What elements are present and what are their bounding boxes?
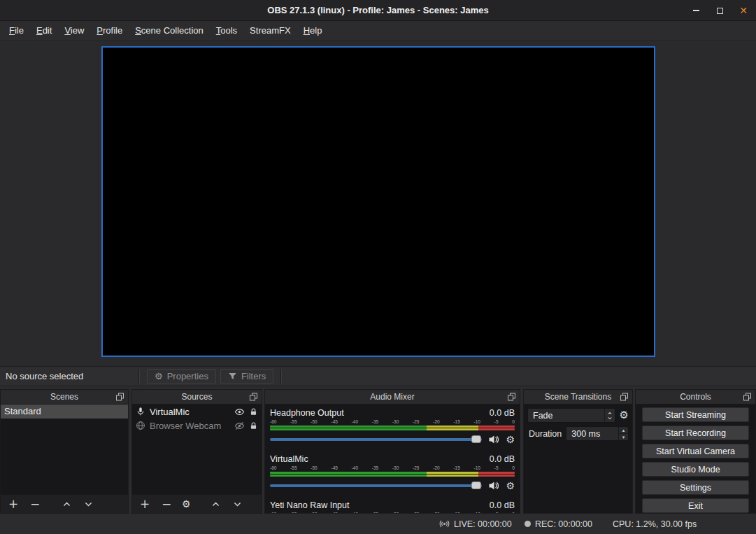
volume-meter: -60-55-50-45-40-35-30-25-20-15-10-50 [270,512,515,513]
meter-tick-label: -50 [311,465,317,471]
properties-button[interactable]: ⚙ Properties [147,369,216,384]
minimize-button[interactable] [690,0,701,21]
menu-tools[interactable]: Tools [210,21,243,40]
scenes-list: Standard [1,405,128,494]
meter-tick-label: -10 [474,512,480,513]
mixer-channel-yeti-nano-raw-input: Yeti Nano Raw Input0.0 dB-60-55-50-45-40… [265,497,520,513]
lock-icon[interactable] [249,407,258,416]
menubar: FileEditViewProfileScene CollectionTools… [0,21,756,41]
stats-group: CPU: 1.2%, 30.00 fps [613,514,697,534]
add-source-button[interactable]: + [138,498,151,510]
mixer-channel-virtualmic: VirtualMic0.0 dB-60-55-50-45-40-35-30-25… [265,451,520,493]
preview-area [0,41,756,366]
volume-meter: -60-55-50-45-40-35-30-25-20-15-10-50 [270,465,515,477]
controls-dock: Controls Start StreamingStart RecordingS… [635,389,756,514]
controls-body: Start StreamingStart RecordingStart Virt… [636,405,755,513]
menu-help[interactable]: Help [297,21,329,40]
popout-icon[interactable] [116,393,124,401]
meter-scale: -60-55-50-45-40-35-30-25-20-15-10-50 [270,465,515,471]
meter-tick-label: -60 [270,465,276,471]
titlebar[interactable]: OBS 27.1.3 (linux) - Profile: James - Sc… [0,0,756,21]
maximize-button[interactable] [714,0,725,21]
sources-dock-header[interactable]: Sources [132,390,262,405]
popout-icon[interactable] [508,393,515,401]
menu-view[interactable]: View [58,21,90,40]
exit-button[interactable]: Exit [642,498,749,513]
scene-up-button[interactable] [60,498,73,510]
minimize-icon [693,10,699,11]
source-row-browser-webcam[interactable]: Browser Webcam [132,419,262,433]
scene-transitions-dock: Scene Transitions Fade ⚙ Duration 300 ms [523,389,633,514]
start-recording-button[interactable]: Start Recording [642,426,749,440]
rec-status: REC: 00:00:00 [535,519,592,529]
eye-slash-icon[interactable] [234,421,245,431]
meter-tick-label: -45 [331,419,337,425]
scene-transitions-dock-header[interactable]: Scene Transitions [524,390,632,405]
speaker-icon[interactable] [488,434,499,445]
mic-icon [136,407,145,416]
scenes-dock-header[interactable]: Scenes [1,390,128,405]
sources-list: VirtualMicBrowser Webcam [132,405,262,494]
meter-tick-label: -15 [453,419,459,425]
volume-meter: -60-55-50-45-40-35-30-25-20-15-10-50 [270,419,515,430]
volume-slider[interactable] [270,438,482,441]
popout-icon[interactable] [620,393,628,401]
meter-tick-label: -35 [372,465,378,471]
source-properties-button[interactable]: ⚙ [182,499,191,509]
scenes-toolbar: + − [1,494,128,513]
menu-edit[interactable]: Edit [30,21,58,40]
mixer-channel-level: 0.0 dB [490,408,515,418]
menu-file[interactable]: File [3,21,30,40]
transition-select[interactable]: Fade [527,408,615,423]
preview-canvas[interactable] [101,46,655,357]
close-button[interactable]: ✕ [738,0,749,21]
controls-dock-header[interactable]: Controls [636,390,755,405]
remove-source-button[interactable]: − [160,498,173,510]
popout-icon[interactable] [743,393,751,401]
remove-scene-button[interactable]: − [29,498,41,510]
meter-bar [270,472,515,474]
eye-icon[interactable] [234,407,245,417]
mixer-gear-icon[interactable]: ⚙ [506,481,515,491]
source-row-virtualmic[interactable]: VirtualMic [132,405,262,419]
transition-properties-button[interactable]: ⚙ [620,410,629,421]
duration-spinbox[interactable]: 300 ms ▴ ▾ [566,426,629,441]
duration-up-button[interactable]: ▴ [619,427,628,434]
mixer-channel-name: Headphone Output [270,408,344,418]
settings-button[interactable]: Settings [642,480,749,495]
start-virtual-camera-button[interactable]: Start Virtual Camera [642,444,749,458]
add-scene-button[interactable]: + [7,498,20,510]
obs-window: OBS 27.1.3 (linux) - Profile: James - Sc… [0,0,756,534]
meter-tick-label: -30 [392,512,399,513]
audio-mixer-dock-header[interactable]: Audio Mixer [265,390,520,405]
scene-row-standard[interactable]: Standard [1,405,128,419]
studio-mode-button[interactable]: Studio Mode [642,462,749,477]
meter-tick-label: 0 [512,512,515,513]
menu-scene-collection[interactable]: Scene Collection [129,21,210,40]
scene-transitions-body: Fade ⚙ Duration 300 ms ▴ ▾ [524,405,632,513]
mixer-gear-icon[interactable]: ⚙ [506,435,515,444]
source-up-button[interactable] [210,498,222,510]
menu-streamfx[interactable]: StreamFX [243,21,297,40]
filters-button[interactable]: Filters [220,369,273,384]
menu-profile[interactable]: Profile [90,21,129,40]
meter-scale: -60-55-50-45-40-35-30-25-20-15-10-50 [270,419,515,425]
scene-down-button[interactable] [82,498,94,510]
popout-icon[interactable] [250,393,257,401]
duration-row: Duration 300 ms ▴ ▾ [527,426,629,441]
spinner-buttons: ▴ ▾ [618,427,628,440]
volume-slider[interactable] [270,484,482,487]
start-streaming-button[interactable]: Start Streaming [642,407,749,422]
duration-down-button[interactable]: ▾ [619,434,628,440]
mixer-channel-headphone-output: Headphone Output0.0 dB-60-55-50-45-40-35… [265,405,520,447]
lock-icon[interactable] [249,421,258,430]
mixer-channel-name: Yeti Nano Raw Input [270,500,350,510]
volume-slider-handle[interactable] [471,482,481,489]
source-down-button[interactable] [231,498,244,510]
source-name: Browser Webcam [150,421,230,431]
volume-slider-handle[interactable] [471,435,481,443]
meter-tick-label: -50 [311,419,317,425]
properties-label: Properties [167,371,208,381]
speaker-icon[interactable] [488,480,499,491]
source-name: VirtualMic [150,407,230,417]
